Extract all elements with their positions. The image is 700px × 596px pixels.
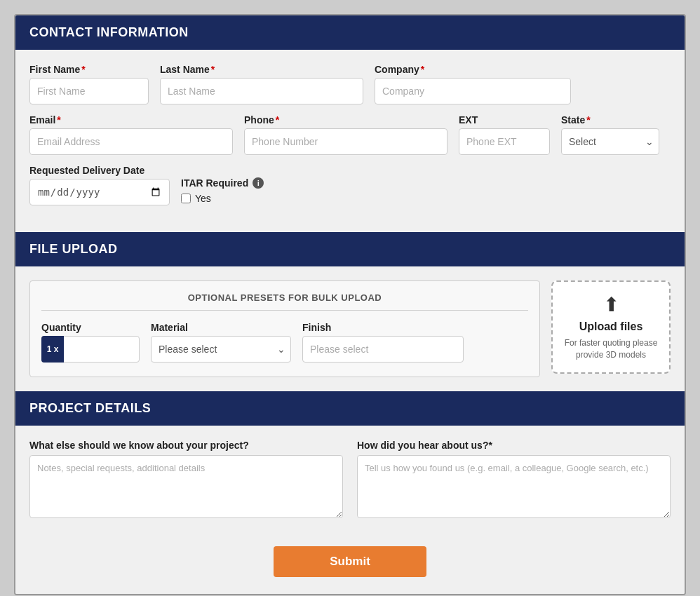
contact-row-1: First Name* Last Name* Company*	[29, 64, 671, 104]
delivery-group: Requested Delivery Date	[29, 165, 170, 205]
first-name-label: First Name*	[29, 64, 149, 75]
source-label: How did you hear about us?*	[357, 440, 671, 451]
company-group: Company*	[375, 64, 571, 104]
notes-label: What else should we know about your proj…	[29, 440, 343, 451]
phone-group: Phone*	[244, 114, 447, 155]
company-required: *	[421, 64, 424, 75]
submit-row: Submit	[15, 532, 685, 594]
source-col: How did you hear about us?*	[357, 440, 671, 518]
delivery-date-input[interactable]	[29, 179, 170, 205]
upload-area[interactable]: ⬆ Upload files For faster quoting please…	[551, 280, 671, 374]
submit-button[interactable]: Submit	[274, 546, 426, 577]
finish-group: Finish	[302, 322, 464, 363]
company-label: Company*	[375, 64, 571, 75]
project-row: What else should we know about your proj…	[29, 440, 671, 518]
first-name-required: *	[81, 64, 85, 75]
state-select[interactable]: Select	[561, 128, 659, 155]
itar-group: ITAR Required i Yes	[181, 177, 264, 205]
state-group: State* Select ⌄	[561, 114, 659, 155]
finish-input[interactable]	[302, 336, 464, 363]
project-section-header: PROJECT DETAILS	[15, 391, 685, 426]
form-container: CONTACT INFORMATION First Name* Last Nam…	[14, 14, 686, 595]
phone-label: Phone*	[244, 114, 447, 126]
ext-label: EXT	[459, 114, 550, 126]
notes-textarea[interactable]	[29, 455, 343, 518]
file-upload-inner: OPTIONAL PRESETS FOR BULK UPLOAD Quantit…	[29, 280, 671, 377]
upload-sublabel: For faster quoting please provide 3D mod…	[564, 337, 658, 361]
quantity-input[interactable]	[41, 336, 140, 363]
itar-yes-label: Yes	[195, 193, 211, 204]
quantity-label: Quantity	[41, 322, 140, 333]
last-name-required: *	[211, 64, 215, 75]
quantity-wrapper: 1 x	[41, 336, 140, 363]
delivery-label: Requested Delivery Date	[29, 165, 170, 176]
source-textarea[interactable]	[357, 455, 671, 518]
itar-label-row: ITAR Required i	[181, 177, 264, 189]
material-group: Material Please select ⌄	[151, 322, 291, 363]
email-required: *	[57, 114, 60, 126]
phone-required: *	[276, 114, 279, 126]
email-label: Email*	[29, 114, 233, 126]
ext-input[interactable]	[459, 128, 550, 155]
info-icon[interactable]: i	[253, 177, 264, 189]
email-group: Email*	[29, 114, 233, 155]
itar-label: ITAR Required	[181, 177, 248, 189]
email-input[interactable]	[29, 128, 233, 155]
source-required: *	[488, 440, 492, 451]
file-upload-section-header: FILE UPLOAD	[15, 232, 685, 266]
notes-col: What else should we know about your proj…	[29, 440, 343, 518]
file-upload-section-body: OPTIONAL PRESETS FOR BULK UPLOAD Quantit…	[15, 266, 685, 391]
contact-section-header: CONTACT INFORMATION	[15, 15, 685, 50]
project-section-body: What else should we know about your proj…	[15, 426, 685, 532]
upload-label: Upload files	[579, 320, 643, 333]
presets-title: OPTIONAL PRESETS FOR BULK UPLOAD	[41, 292, 528, 311]
upload-icon: ⬆	[603, 293, 619, 316]
company-input[interactable]	[375, 78, 571, 104]
material-select[interactable]: Please select	[151, 336, 291, 363]
first-name-input[interactable]	[29, 78, 149, 104]
last-name-label: Last Name*	[160, 64, 363, 75]
contact-row-2: Email* Phone* EXT State* S	[29, 114, 671, 155]
presets-row: Quantity 1 x Material Please select	[41, 322, 528, 363]
material-label: Material	[151, 322, 291, 333]
ext-group: EXT	[459, 114, 550, 155]
presets-box: OPTIONAL PRESETS FOR BULK UPLOAD Quantit…	[29, 280, 540, 377]
quantity-group: Quantity 1 x	[41, 322, 140, 363]
state-required: *	[586, 114, 590, 126]
state-label: State*	[561, 114, 659, 126]
contact-row-3: Requested Delivery Date ITAR Required i …	[29, 165, 671, 205]
contact-section-body: First Name* Last Name* Company*	[15, 50, 685, 232]
state-select-wrapper: Select ⌄	[561, 128, 659, 155]
last-name-input[interactable]	[160, 78, 363, 104]
itar-checkbox[interactable]	[181, 194, 191, 203]
first-name-group: First Name*	[29, 64, 149, 104]
phone-input[interactable]	[244, 128, 447, 155]
finish-label: Finish	[302, 322, 464, 333]
last-name-group: Last Name*	[160, 64, 363, 104]
material-select-wrapper: Please select ⌄	[151, 336, 291, 363]
itar-checkbox-row: Yes	[181, 193, 264, 204]
